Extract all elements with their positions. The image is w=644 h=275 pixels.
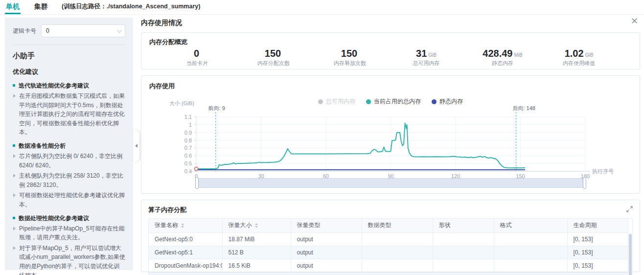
suggestion-item: 对于算子MapOp_5，用户可以尝试增大或减小num_parallel_work… <box>13 244 125 275</box>
assistant-sidebar: 逻辑卡号 0 小助手 优化建议 迭代轨迹性能优化参考建议在开启图模式和数据集下沉… <box>5 18 133 270</box>
section-title: 迭代轨迹性能优化参考建议 <box>13 81 125 90</box>
card-number-select[interactable]: 0 <box>41 24 125 37</box>
suggestion-item: 主机侧队列为空比例 258/ 3120，非空比例 2862/ 3120。 <box>13 171 125 189</box>
table-scrollbar[interactable] <box>628 233 632 275</box>
table-cell <box>494 259 567 272</box>
operator-memory-card: 算子内存分配 张量名称张量大小张量类型数据类型形状格式生命周期 GetNext-… <box>141 200 640 272</box>
column-header: 张量类型 <box>291 219 362 232</box>
legend-dot-icon <box>432 99 437 104</box>
chevron-down-icon <box>117 28 122 33</box>
triangle-icon <box>13 94 16 98</box>
bullet-icon <box>13 217 15 219</box>
stat-total-available: 31GiB 总可用内存 <box>388 48 464 67</box>
table-cell: [0, 153] <box>567 232 628 246</box>
stat-label: 内存分配次数 <box>235 60 312 67</box>
stat-label: 内存使用峰值 <box>541 60 617 67</box>
sort-icon[interactable] <box>181 223 184 228</box>
legend-item-static-memory[interactable]: 静态内存 <box>432 97 463 106</box>
memory-usage-card: 0.40.50.60.70.80.911.10306090120150180大小… <box>141 75 640 194</box>
table-row[interactable]: GetNext-op5:1512 Boutput[0, 153] <box>149 246 628 259</box>
stat-static-memory: 428.49MiB 静态内存 <box>464 48 541 67</box>
suggestion-section: 数据准备性能分析芯片侧队列为空比例 0/ 6240，非空比例 6240/ 624… <box>13 141 125 209</box>
chart-legend: 总可用内存 当前占用的总内存 静态内存 <box>141 97 640 106</box>
overview-title: 内存分配概览 <box>149 38 632 46</box>
suggestion-item: Pipeline中的算子MapOp_5可能存在性能瓶颈，请用户重点关注。 <box>13 224 125 242</box>
tab-cluster[interactable]: 集群 <box>33 2 49 14</box>
datazoom-left-handle[interactable] <box>195 177 199 189</box>
card-number-label: 逻辑卡号 <box>13 27 36 35</box>
stat-label: 总可用内存 <box>388 60 464 67</box>
column-header[interactable]: 张量大小 <box>222 219 291 232</box>
table-cell <box>362 259 433 272</box>
table-cell: GetNext-op5:0 <box>149 232 222 246</box>
top-tab-bar: 单机 集群 (训练日志路径：./standalone_Ascend_summar… <box>0 0 644 15</box>
svg-text:后向: 148: 后向: 148 <box>512 105 535 111</box>
stat-unit: GiB <box>428 52 437 58</box>
legend-item-current-occupied[interactable]: 当前占用的总内存 <box>366 97 421 106</box>
svg-text:0.7: 0.7 <box>184 145 192 151</box>
sort-icon[interactable] <box>255 223 258 228</box>
svg-text:1: 1 <box>189 122 192 128</box>
table-row[interactable]: DropoutGenMask-op194:016.5 KiBoutput[0, … <box>149 259 628 272</box>
table-cell: 18.87 MiB <box>222 232 291 246</box>
scrollbar-thumb[interactable] <box>629 234 632 275</box>
table-cell: 512 B <box>222 246 291 259</box>
section-title: 数据处理性能优化参考建议 <box>13 214 125 223</box>
memory-usage-chart[interactable]: 0.40.50.60.70.80.911.10306090120150180大小… <box>141 76 638 194</box>
memory-panel: 内存使用情况 ✕ 内存分配概览 0 当前卡片 150 内存分配次数 150 内存… <box>141 18 640 272</box>
table-cell: [0, 153] <box>567 246 628 259</box>
svg-text:0.5: 0.5 <box>184 160 192 166</box>
chart-datazoom-slider[interactable] <box>196 178 585 188</box>
page-title: 内存使用情况 <box>141 19 640 27</box>
table-cell <box>433 246 494 259</box>
sidebar-collapse-handle[interactable] <box>133 130 139 161</box>
close-icon[interactable]: ✕ <box>631 17 638 25</box>
operator-table-title: 算子内存分配 <box>148 206 633 214</box>
table-cell <box>362 246 433 259</box>
table-cell <box>362 232 433 246</box>
stat-value: 150 <box>341 48 357 59</box>
column-header: 数据类型 <box>362 219 433 232</box>
fullscreen-icon[interactable] <box>626 206 633 214</box>
table-cell <box>494 232 567 246</box>
table-row[interactable]: GetNext-op5:018.87 MiBoutput[0, 153] <box>149 232 628 246</box>
column-header: 生命周期 <box>567 219 628 232</box>
tab-standalone[interactable]: 单机 <box>5 2 21 14</box>
stat-value: 428.49 <box>483 48 512 59</box>
table-cell <box>433 259 494 272</box>
svg-text:前向: 9: 前向: 9 <box>208 105 225 111</box>
stat-label: 内存释放次数 <box>312 60 388 67</box>
suggestion-section: 数据处理性能优化参考建议Pipeline中的算子MapOp_5可能存在性能瓶颈，… <box>13 214 125 275</box>
legend-dot-icon <box>366 99 371 104</box>
stat-unit: GiB <box>585 52 594 58</box>
legend-label: 静态内存 <box>439 97 463 106</box>
legend-label: 总可用内存 <box>326 97 355 106</box>
stat-value: 0 <box>194 48 199 59</box>
triangle-icon <box>13 246 16 250</box>
column-header[interactable]: 张量名称 <box>149 219 222 232</box>
stat-alloc-count: 150 内存分配次数 <box>235 48 312 67</box>
stat-value: 1.02 <box>565 48 584 59</box>
svg-text:0.4: 0.4 <box>184 168 192 174</box>
section-title: 数据准备性能分析 <box>13 141 125 150</box>
legend-item-total-available[interactable]: 总可用内存 <box>318 97 355 106</box>
table-cell: 16.5 KiB <box>222 259 291 272</box>
triangle-icon <box>13 154 16 158</box>
bullet-icon <box>13 84 15 87</box>
stat-unit: MiB <box>514 52 522 58</box>
stat-value: 31 <box>416 48 427 59</box>
suggestion-item: 可根据数据处理性能优化参考建议优化脚本。 <box>13 191 125 209</box>
stat-peak-usage: 1.02GiB 内存使用峰值 <box>541 48 617 67</box>
svg-text:1.1: 1.1 <box>184 114 192 120</box>
stat-label: 静态内存 <box>464 60 541 67</box>
training-log-path: (训练日志路径：./standalone_Ascend_summary) <box>62 2 200 14</box>
table-cell: output <box>291 259 362 272</box>
suggestion-item: 在开启图模式和数据集下沉模式后，如果平均迭代间隙时间大于0.5ms，则数据处理至… <box>13 92 125 137</box>
table-cell: GetNext-op5:1 <box>149 246 222 259</box>
suggestion-item: 芯片侧队列为空比例 0/ 6240，非空比例 6240/ 6240。 <box>13 152 125 170</box>
table-cell: [0, 153] <box>567 259 628 272</box>
memory-overview-card: 内存分配概览 0 当前卡片 150 内存分配次数 150 内存释放次数 31Gi… <box>141 32 640 69</box>
suggestions-title: 优化建议 <box>13 68 125 76</box>
datazoom-right-handle[interactable] <box>583 177 586 189</box>
column-header: 格式 <box>494 219 567 232</box>
